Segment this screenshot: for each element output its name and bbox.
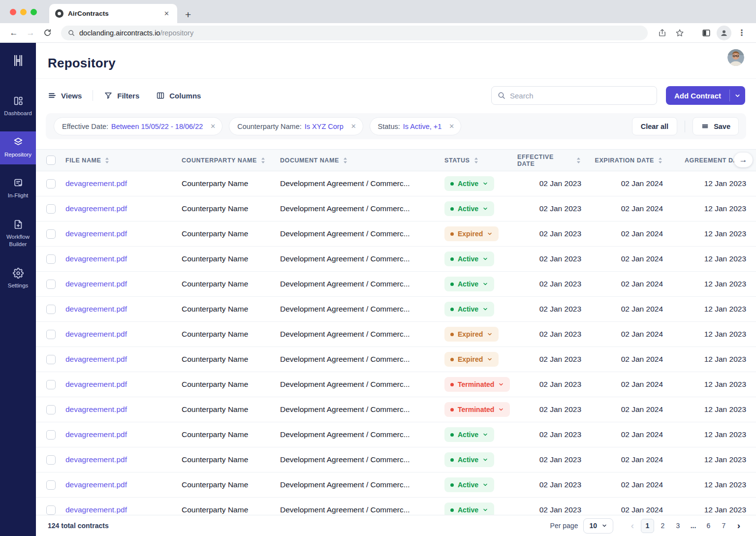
file-name-link[interactable]: devagreement.pdf xyxy=(65,305,127,313)
row-checkbox[interactable] xyxy=(46,455,56,465)
status-dot-icon xyxy=(450,333,454,336)
select-all-checkbox[interactable] xyxy=(46,156,56,165)
close-tab-icon[interactable]: ✕ xyxy=(162,9,171,18)
column-header-effective-date[interactable]: EFFECTIVE DATE xyxy=(517,150,581,171)
clear-all-button[interactable]: Clear all xyxy=(632,117,677,135)
share-icon[interactable] xyxy=(655,26,669,40)
reload-icon[interactable] xyxy=(40,26,54,40)
page-button-6[interactable]: 6 xyxy=(702,519,715,533)
sidebar-item-dashboard[interactable]: Dashboard xyxy=(0,90,36,124)
filter-chip-effective-date[interactable]: Effective Date: Between 15/05/22 - 18/06… xyxy=(54,117,222,135)
sidebar-item-workflow-builder[interactable]: Workflow Builder xyxy=(0,214,36,254)
minimize-window-button[interactable] xyxy=(20,9,27,15)
add-contract-dropdown[interactable] xyxy=(730,86,745,105)
next-page-icon[interactable]: › xyxy=(732,519,745,533)
page-button-2[interactable]: 2 xyxy=(656,519,669,533)
file-name-link[interactable]: devagreement.pdf xyxy=(65,330,127,338)
file-name-link[interactable]: devagreement.pdf xyxy=(65,280,127,288)
expiration-date-cell: 02 Jan 2024 xyxy=(581,422,663,447)
remove-filter-icon[interactable]: ✕ xyxy=(351,123,356,130)
save-view-button[interactable]: Save xyxy=(693,117,739,135)
page-button-3[interactable]: 3 xyxy=(671,519,685,533)
status-badge[interactable]: Active xyxy=(444,176,494,191)
column-header-counterparty[interactable]: COUNTERPARTY NAME xyxy=(182,150,280,171)
browser-profile-icon[interactable] xyxy=(717,26,731,40)
maximize-window-button[interactable] xyxy=(31,9,37,15)
row-checkbox[interactable] xyxy=(46,254,56,264)
forward-icon[interactable]: → xyxy=(24,26,37,40)
add-contract-button[interactable]: Add Contract xyxy=(666,86,745,105)
status-badge[interactable]: Active xyxy=(444,252,494,266)
columns-button[interactable]: Columns xyxy=(156,91,201,100)
file-name-link[interactable]: devagreement.pdf xyxy=(65,430,127,439)
row-checkbox[interactable] xyxy=(46,355,56,364)
status-badge[interactable]: Expired xyxy=(444,226,499,241)
document-name-cell: Development Agreement / Commerc... xyxy=(280,422,444,447)
row-checkbox[interactable] xyxy=(46,305,56,314)
sidebar-item-in-flight[interactable]: In-Flight xyxy=(0,172,36,206)
file-name-link[interactable]: devagreement.pdf xyxy=(65,254,127,263)
status-badge[interactable]: Active xyxy=(444,277,494,291)
file-name-link[interactable]: devagreement.pdf xyxy=(65,405,127,413)
file-name-link[interactable]: devagreement.pdf xyxy=(65,229,127,238)
row-checkbox[interactable] xyxy=(46,330,56,339)
row-checkbox[interactable] xyxy=(46,480,56,490)
row-checkbox[interactable] xyxy=(46,204,56,214)
status-badge[interactable]: Terminated xyxy=(444,402,510,417)
remove-filter-icon[interactable]: ✕ xyxy=(449,123,454,130)
per-page-select[interactable]: 10 xyxy=(583,518,613,534)
views-button[interactable]: Views xyxy=(48,91,82,100)
table-toolbar: Views Filters Columns Add C xyxy=(36,83,756,108)
filters-button[interactable]: Filters xyxy=(104,91,139,100)
remove-filter-icon[interactable]: ✕ xyxy=(210,123,216,130)
row-checkbox[interactable] xyxy=(46,380,56,389)
file-name-link[interactable]: devagreement.pdf xyxy=(65,204,127,213)
user-avatar[interactable] xyxy=(727,49,744,66)
sidebar-item-settings[interactable]: Settings xyxy=(0,262,36,296)
column-header-document[interactable]: DOCUMENT NAME xyxy=(280,150,444,171)
scroll-right-button[interactable]: → xyxy=(734,153,753,167)
file-name-link[interactable]: devagreement.pdf xyxy=(65,355,127,363)
status-badge[interactable]: Active xyxy=(444,427,494,442)
file-name-link[interactable]: devagreement.pdf xyxy=(65,179,127,188)
file-name-link[interactable]: devagreement.pdf xyxy=(65,505,127,514)
bookmark-star-icon[interactable] xyxy=(672,26,687,40)
filter-chip-status[interactable]: Status: Is Active, +1 ✕ xyxy=(370,117,462,135)
row-checkbox[interactable] xyxy=(46,229,56,239)
row-checkbox[interactable] xyxy=(46,505,56,515)
filter-chip-counterparty[interactable]: Counterparty Name: Is XYZ Corp ✕ xyxy=(229,117,363,135)
page-button-1[interactable]: 1 xyxy=(641,519,654,533)
status-badge[interactable]: Active xyxy=(444,477,494,492)
expiration-date-cell: 02 Jan 2024 xyxy=(581,447,663,473)
status-badge[interactable]: Expired xyxy=(444,352,499,367)
browser-menu-icon[interactable]: ⋮ xyxy=(734,26,749,40)
column-header-expiration-date[interactable]: EXPIRATION DATE xyxy=(581,150,663,171)
row-checkbox[interactable] xyxy=(46,405,56,414)
status-badge[interactable]: Terminated xyxy=(444,377,510,392)
page-button-7[interactable]: 7 xyxy=(717,519,730,533)
search-input[interactable] xyxy=(510,92,651,100)
app-logo-icon[interactable] xyxy=(9,52,27,71)
address-bar[interactable]: doclanding.aircontracts.io/repository xyxy=(61,26,648,40)
dashboard-icon xyxy=(13,95,24,106)
new-tab-button[interactable]: + xyxy=(185,9,191,20)
previous-page-icon[interactable]: ‹ xyxy=(626,519,639,533)
row-checkbox[interactable] xyxy=(46,430,56,440)
status-badge[interactable]: Active xyxy=(444,503,494,515)
status-badge[interactable]: Active xyxy=(444,302,494,316)
sidebar-item-repository[interactable]: Repository xyxy=(0,131,36,165)
column-header-file-name[interactable]: FILE NAME xyxy=(65,150,182,171)
back-icon[interactable]: ← xyxy=(7,26,21,40)
row-checkbox[interactable] xyxy=(46,179,56,189)
status-badge[interactable]: Active xyxy=(444,452,494,467)
file-name-link[interactable]: devagreement.pdf xyxy=(65,480,127,489)
side-panel-icon[interactable] xyxy=(699,26,714,40)
row-checkbox[interactable] xyxy=(46,280,56,289)
status-badge[interactable]: Expired xyxy=(444,327,499,342)
browser-tab[interactable]: AirContracts ✕ xyxy=(49,4,177,23)
column-header-status[interactable]: STATUS xyxy=(444,150,517,171)
file-name-link[interactable]: devagreement.pdf xyxy=(65,380,127,388)
file-name-link[interactable]: devagreement.pdf xyxy=(65,455,127,464)
status-badge[interactable]: Active xyxy=(444,201,494,216)
close-window-button[interactable] xyxy=(10,9,16,15)
